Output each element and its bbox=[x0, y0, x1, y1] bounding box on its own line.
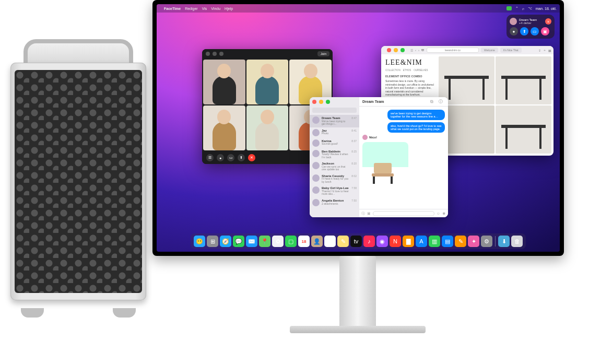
camera-icon[interactable]: ▭ bbox=[227, 154, 234, 161]
mic-icon[interactable]: ● bbox=[510, 27, 518, 36]
menubar-item[interactable]: Rediger bbox=[185, 7, 198, 10]
site-nav[interactable]: COLLECTIONETHOSOURSELVES bbox=[385, 69, 434, 72]
dock-app-books[interactable]: ▇ bbox=[403, 236, 414, 247]
window-controls[interactable] bbox=[383, 46, 408, 55]
compose-bar[interactable]: Ⓐ ▣ ☺ ⏺ bbox=[359, 209, 448, 217]
product-photo[interactable] bbox=[496, 105, 551, 154]
dock-app-settings[interactable]: ⚙ bbox=[481, 236, 492, 247]
voice-icon[interactable]: ⏺ bbox=[442, 212, 446, 215]
dock-trash[interactable]: 🗑 bbox=[511, 236, 523, 247]
dock-app-safari[interactable]: 🧭 bbox=[220, 236, 231, 247]
share-screen-icon[interactable]: ⬆ bbox=[238, 154, 245, 161]
dock-app-appstore[interactable]: A bbox=[416, 236, 427, 247]
dock-app-shortcuts[interactable]: ✦ bbox=[468, 236, 479, 247]
shield-icon[interactable]: ⛨ bbox=[421, 49, 425, 52]
site-logo[interactable]: LEE&NIM bbox=[385, 58, 434, 67]
messages-thread[interactable]: Dream Team ⧉ ⓘ we've been trying to get … bbox=[359, 97, 448, 217]
hang-up-button[interactable]: ✕ bbox=[248, 154, 255, 161]
screen-share-icon[interactable]: ⬆ bbox=[520, 27, 528, 36]
facetime-titlebar[interactable]: Join bbox=[202, 49, 333, 58]
conversation-row[interactable]: KarinaSounds good!8:37 bbox=[310, 138, 359, 148]
dock-app-photos[interactable]: ✿ bbox=[272, 236, 284, 247]
message-attachment-photo[interactable] bbox=[362, 142, 408, 188]
dock-downloads[interactable]: ⬇ bbox=[498, 236, 510, 247]
dock-app-tv[interactable]: tv bbox=[350, 236, 362, 247]
dock-app-podcasts[interactable]: ◉ bbox=[376, 236, 388, 247]
macos-desktop[interactable]: FaceTime Rediger Vis Vindu Hjelp ⌃ ⌕ ⌥ m… bbox=[157, 4, 560, 252]
safari-tab[interactable]: Welcome bbox=[481, 48, 498, 53]
avatar-icon bbox=[510, 18, 517, 25]
mac-pro-tower bbox=[10, 39, 146, 308]
dock-app-calendar[interactable]: 18 bbox=[298, 236, 310, 247]
apps-icon[interactable]: Ⓐ bbox=[361, 211, 365, 216]
camera-icon[interactable]: ▭ bbox=[531, 27, 539, 36]
tabs-icon[interactable]: ▦ bbox=[548, 49, 551, 52]
join-button[interactable]: Join bbox=[317, 51, 329, 56]
conversation-list[interactable]: Dream TeamWe've been trying to get thing… bbox=[310, 115, 359, 208]
emoji-icon[interactable]: ☺ bbox=[437, 212, 440, 215]
menubar-item[interactable]: Hjelp bbox=[225, 7, 233, 10]
pro-display-xdr: FaceTime Rediger Vis Vindu Hjelp ⌃ ⌕ ⌥ m… bbox=[152, 0, 564, 256]
facetime-participant[interactable] bbox=[203, 60, 245, 104]
safari-toolbar[interactable]: ☰ ‹ › ⛨ leeandnim.co Welcome It's Nice T… bbox=[381, 46, 553, 54]
facetime-participant[interactable] bbox=[246, 105, 289, 150]
new-tab-icon[interactable]: ＋ bbox=[543, 48, 546, 53]
conversation-row[interactable]: Baby Girl Hye-LeeThanks! I'd love to hea… bbox=[310, 185, 359, 197]
facetime-notification[interactable]: Dream Team +4 deltar × ● ⬆ ▭ ▣ bbox=[506, 15, 555, 39]
dock-app-music[interactable]: ♪ bbox=[363, 236, 375, 247]
conversation-row[interactable]: Angela Benton2 attachments7:50 bbox=[310, 197, 359, 208]
messages-sidebar[interactable]: Dream TeamWe've been trying to get thing… bbox=[310, 97, 359, 217]
address-bar[interactable]: leeandnim.co bbox=[427, 48, 479, 53]
control-center-icon[interactable]: ⌥ bbox=[528, 6, 532, 10]
menubar-item[interactable]: Vindu bbox=[211, 7, 220, 10]
forward-icon[interactable]: › bbox=[418, 49, 419, 52]
menubar-clock[interactable]: man. 18. okt. bbox=[536, 7, 557, 10]
dock-app-news[interactable]: N bbox=[390, 236, 401, 247]
conversation-row[interactable]: Dream TeamWe've been trying to get thing… bbox=[310, 115, 359, 127]
product-photo[interactable] bbox=[439, 56, 494, 104]
menubar-app-name[interactable]: FaceTime bbox=[164, 7, 181, 10]
join-button[interactable]: ▣ bbox=[541, 27, 549, 36]
dock-app-finder[interactable]: 😶 bbox=[194, 236, 205, 247]
product-gallery[interactable] bbox=[439, 54, 553, 156]
dock-app-contacts[interactable]: 👤 bbox=[311, 236, 323, 247]
dock-app-maps[interactable]: 📍 bbox=[259, 236, 270, 247]
safari-tab[interactable]: It's Nice That bbox=[500, 48, 522, 53]
messages-window[interactable]: Dream TeamWe've been trying to get thing… bbox=[310, 97, 448, 217]
facetime-participant[interactable] bbox=[246, 60, 289, 104]
dock-app-numbers[interactable]: ▥ bbox=[429, 236, 440, 247]
share-icon[interactable]: ⇪ bbox=[538, 49, 541, 52]
thread-actions[interactable]: ⧉ ⓘ bbox=[430, 99, 445, 104]
notification-subtitle: +4 deltar bbox=[519, 21, 537, 25]
dock-app-messages[interactable]: 💬 bbox=[233, 236, 244, 247]
dock-app-mail[interactable]: ✉️ bbox=[246, 236, 257, 247]
window-controls[interactable] bbox=[310, 97, 359, 107]
back-icon[interactable]: ‹ bbox=[415, 49, 416, 52]
dock-app-keynote[interactable]: ▤ bbox=[442, 236, 453, 247]
conversation-row[interactable]: Sharía CassidyI'll have it ready for you… bbox=[310, 173, 359, 185]
dock-app-pages[interactable]: ✎ bbox=[455, 236, 466, 247]
search-icon[interactable]: ⌕ bbox=[522, 7, 524, 10]
conversation-row[interactable]: Ben BaldwinTotally! Review it when I'm b… bbox=[310, 148, 359, 161]
wifi-icon[interactable]: ⌃ bbox=[515, 6, 519, 10]
window-controls[interactable] bbox=[202, 49, 227, 58]
dock-app-reminders[interactable]: ≣ bbox=[324, 236, 336, 247]
conversation-row[interactable]: JacksonCan we sync on that one update to… bbox=[310, 160, 359, 173]
menubar-item[interactable]: Vis bbox=[202, 7, 207, 10]
conversation-row[interactable]: JazPhoto8:41 bbox=[310, 127, 359, 138]
facetime-status-icon[interactable] bbox=[506, 6, 512, 10]
dock-app-facetime[interactable]: ▢ bbox=[285, 236, 297, 247]
dock-app-notes[interactable]: ✎ bbox=[337, 236, 349, 247]
photos-icon[interactable]: ▣ bbox=[367, 212, 371, 216]
close-icon[interactable]: × bbox=[545, 18, 551, 25]
sidebar-icon[interactable]: ☰ bbox=[206, 154, 214, 161]
dock[interactable]: 😶⊞🧭💬✉️📍✿▢18👤≣✎tv♪◉N▇A▥▤✎✦⚙⬇🗑 bbox=[191, 233, 526, 249]
dock-app-launchpad[interactable]: ⊞ bbox=[207, 236, 218, 247]
search-input[interactable] bbox=[312, 108, 357, 113]
menubar[interactable]: FaceTime Rediger Vis Vindu Hjelp ⌃ ⌕ ⌥ m… bbox=[157, 4, 560, 13]
message-input[interactable] bbox=[373, 211, 434, 216]
facetime-participant[interactable] bbox=[203, 105, 245, 150]
product-photo[interactable] bbox=[496, 56, 551, 104]
sidebar-icon[interactable]: ☰ bbox=[410, 49, 413, 52]
mic-icon[interactable]: ● bbox=[217, 154, 224, 161]
